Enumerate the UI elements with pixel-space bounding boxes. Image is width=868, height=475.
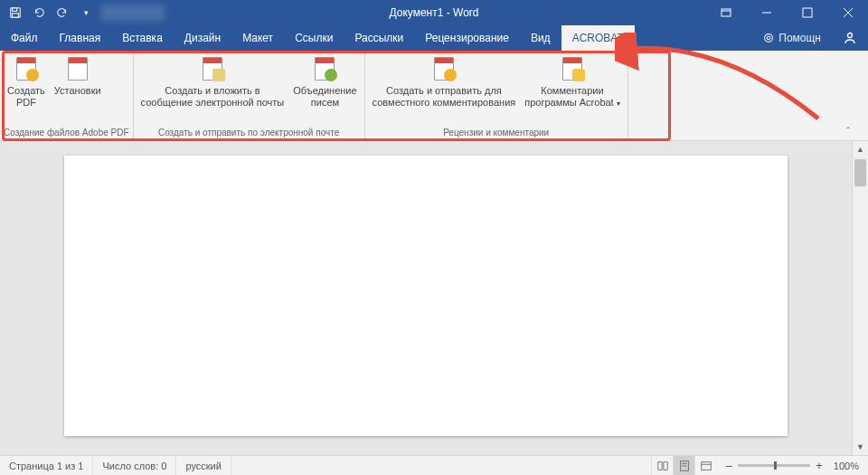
qat-customize-button[interactable]: ▾ (76, 3, 96, 23)
zoom-in-button[interactable]: + (816, 459, 823, 472)
ribbon: СоздатьPDFУстановкиСоздание файлов Adobe… (0, 51, 868, 141)
ribbon-item-label: Комментариипрограммы Acrobat ▾ (524, 85, 620, 109)
ribbon-options-button[interactable] (705, 0, 746, 25)
ribbon-item-label: Установки (54, 85, 101, 97)
print-layout-button[interactable] (673, 456, 694, 476)
collapse-ribbon-button[interactable]: ˆ (846, 126, 850, 137)
account-area[interactable] (101, 5, 165, 21)
close-button[interactable] (827, 0, 868, 25)
ribbon-item-1-1[interactable]: Объединениеписем (289, 52, 360, 110)
svg-point-9 (765, 34, 773, 43)
status-bar: Страница 1 из 1 Число слов: 0 русский − … (0, 455, 868, 475)
pdf-icon (310, 54, 339, 83)
zoom-level[interactable]: 100% (834, 461, 859, 471)
svg-rect-6 (803, 8, 812, 17)
svg-point-11 (848, 33, 853, 38)
pdf-icon (429, 54, 458, 83)
undo-button[interactable] (29, 3, 49, 23)
tab-вид[interactable]: Вид (520, 25, 561, 51)
svg-rect-15 (701, 461, 711, 470)
read-mode-button[interactable] (651, 456, 673, 476)
window-controls (705, 0, 868, 25)
ribbon-group-label: Рецензии и комментарии (369, 126, 624, 140)
maximize-button[interactable] (787, 0, 827, 25)
tab-acrobat[interactable]: ACROBAT (561, 25, 635, 51)
window-title: Документ1 - Word (389, 6, 478, 19)
save-button[interactable] (5, 3, 25, 23)
scroll-down-button[interactable]: ▼ (853, 439, 868, 455)
title-bar: ▾ Документ1 - Word (0, 0, 868, 25)
ribbon-group-1: Создать и вложить всообщение электронной… (134, 51, 365, 140)
quick-access-toolbar: ▾ (0, 3, 101, 23)
tab-дизайн[interactable]: Дизайн (174, 25, 231, 51)
tab-макет[interactable]: Макет (231, 25, 284, 51)
ribbon-group-2: Создать и отправить длясовместного комме… (365, 51, 628, 140)
scroll-up-button[interactable]: ▲ (853, 141, 868, 157)
tab-файл[interactable]: Файл (0, 25, 49, 51)
word-count[interactable]: Число слов: 0 (93, 456, 176, 475)
ribbon-item-0-0[interactable]: СоздатьPDF (4, 52, 49, 110)
ribbon-item-1-0[interactable]: Создать и вложить всообщение электронной… (137, 52, 288, 110)
redo-button[interactable] (52, 3, 72, 23)
page-indicator[interactable]: Страница 1 из 1 (0, 456, 93, 475)
ribbon-item-label: Создать и отправить длясовместного комме… (373, 85, 516, 109)
ribbon-tabs: ФайлГлавнаяВставкаДизайнМакетСсылкиРассы… (0, 25, 868, 51)
ribbon-item-label: Объединениеписем (293, 85, 356, 109)
ribbon-item-label: СоздатьPDF (7, 85, 45, 109)
tab-вставка[interactable]: Вставка (111, 25, 174, 51)
document-page[interactable] (64, 156, 788, 436)
pdf-icon (198, 54, 227, 83)
ribbon-group-0: СоздатьPDFУстановкиСоздание файлов Adobe… (0, 51, 134, 140)
svg-rect-1 (13, 8, 17, 12)
svg-point-10 (768, 36, 771, 40)
tab-рассылки[interactable]: Рассылки (344, 25, 414, 51)
document-area: ▲ ▼ (0, 141, 868, 455)
zoom-slider[interactable] (738, 464, 810, 467)
scroll-thumb[interactable] (854, 159, 866, 186)
ribbon-item-2-1[interactable]: Комментариипрограммы Acrobat ▾ (521, 52, 624, 110)
tab-рецензирование[interactable]: Рецензирование (414, 25, 520, 51)
tab-ссылки[interactable]: Ссылки (284, 25, 344, 51)
zoom-out-button[interactable]: − (725, 459, 732, 473)
share-button[interactable] (832, 25, 868, 51)
ribbon-item-2-0[interactable]: Создать и отправить длясовместного комме… (369, 52, 520, 110)
pdf-icon (558, 54, 587, 83)
minimize-button[interactable] (746, 0, 787, 25)
svg-rect-3 (722, 9, 731, 16)
pdf-icon (12, 54, 41, 83)
vertical-scrollbar[interactable]: ▲ ▼ (852, 141, 868, 455)
tab-главная[interactable]: Главная (49, 25, 112, 51)
pdf-icon (63, 54, 92, 83)
ribbon-item-label: Создать и вложить всообщение электронной… (141, 85, 285, 109)
language-indicator[interactable]: русский (176, 456, 231, 475)
zoom-control: − + 100% (716, 459, 868, 473)
ribbon-item-0-1[interactable]: Установки (51, 52, 105, 99)
ribbon-group-label: Создание файлов Adobe PDF (4, 126, 129, 140)
tell-me-search[interactable]: Помощн (751, 25, 832, 51)
web-layout-button[interactable] (694, 456, 716, 476)
svg-rect-2 (13, 14, 19, 17)
ribbon-group-label: Создать и отправить по электронной почте (137, 126, 361, 140)
